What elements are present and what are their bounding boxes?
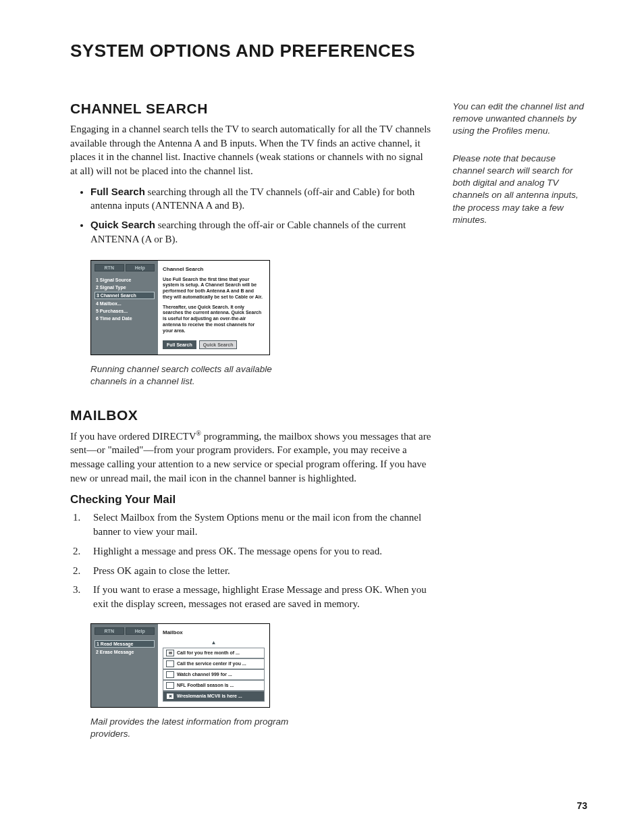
mailbox-message-label: NFL Football season is ... (177, 683, 234, 687)
bullet-lead: Full Search (90, 186, 145, 197)
step-number: 3. (73, 583, 80, 597)
full-search-button[interactable]: Full Search (163, 340, 196, 349)
bullet-quick-search: Quick Search searching through the off-a… (90, 218, 433, 246)
mailbox-message-row[interactable]: Call the service center if you ... (163, 658, 265, 669)
bullet-lead: Quick Search (90, 219, 155, 230)
channel-search-screenshot: RTN Help 1 Signal Source 2 Signal Type 3… (90, 260, 270, 356)
side-note: You can edit the channel list and remove… (453, 101, 587, 138)
page-number: 73 (576, 800, 587, 811)
mailbox-message-label: Watch channel 999 for ... (177, 672, 232, 677)
ui-tab-rtn[interactable]: RTN (95, 627, 124, 635)
step-text: Highlight a message and press OK. The me… (93, 546, 382, 556)
step-text: Press OK again to close the letter. (93, 565, 230, 576)
mail-steps: 1.Select Mailbox from the System Options… (70, 511, 433, 610)
ui-tab-rtn[interactable]: RTN (95, 264, 124, 271)
page-title: SYSTEM OPTIONS AND PREFERENCES (70, 41, 587, 61)
step-item: 2.Press OK again to close the letter. (90, 564, 433, 578)
ui-right-panel: Mailbox ▲ ✉Call for you free month of ..… (158, 624, 269, 707)
sidebar-item-read-message[interactable]: 1 Read Message (95, 640, 155, 648)
bullet-full-search: Full Search searching through all the TV… (90, 185, 433, 213)
channel-search-caption: Running channel search collects all avai… (90, 363, 306, 388)
panel-title: Channel Search (163, 266, 265, 272)
mailbox-message-row[interactable]: ✉Call for you free month of ... (163, 648, 265, 658)
sidebar-item-purchases[interactable]: 5 Purchases... (95, 308, 155, 314)
channel-search-intro: Engaging in a channel search tells the T… (70, 122, 433, 178)
sidebar-notes: You can edit the channel list and remove… (453, 101, 587, 759)
ui-sidebar: RTN Help 1 Signal Source 2 Signal Type 3… (91, 261, 158, 355)
section-heading-channel-search: CHANNEL SEARCH (70, 101, 433, 117)
sidebar-item-signal-source[interactable]: 1 Signal Source (95, 277, 155, 283)
panel-body-1: Use Full Search the first time that your… (163, 277, 265, 301)
registered-mark: ® (196, 429, 201, 437)
mailbox-message-row[interactable]: ✖Wreslemania MCVII is here ... (163, 691, 265, 702)
step-text: If you want to erase a message, highligh… (93, 584, 427, 609)
mailbox-intro: If you have ordered DIRECTV® programming… (70, 429, 433, 486)
mailbox-message-label: Call for you free month of ... (177, 650, 240, 655)
mail-icon (166, 671, 174, 678)
side-note: Please note that because channel search … (453, 153, 587, 226)
step-text: Select Mailbox from the System Options m… (93, 512, 421, 537)
ui-sidebar: RTN Help 1 Read Message 2 Erase Message (91, 624, 158, 707)
mailbox-message-label: Wreslemania MCVII is here ... (177, 694, 242, 698)
scroll-up-icon[interactable]: ▲ (163, 640, 265, 646)
mail-icon (166, 660, 174, 667)
sidebar-item-signal-type[interactable]: 2 Signal Type (95, 284, 155, 290)
ui-right-panel: Channel Search Use Full Search the first… (158, 261, 269, 355)
mail-icon: ✉ (166, 650, 174, 656)
ui-tab-help[interactable]: Help (126, 264, 155, 271)
step-number: 1. (73, 511, 80, 525)
step-item: 1.Select Mailbox from the System Options… (90, 511, 433, 538)
mailbox-screenshot: RTN Help 1 Read Message 2 Erase Message … (90, 623, 270, 708)
sidebar-item-erase-message[interactable]: 2 Erase Message (95, 649, 155, 655)
mail-icon (166, 682, 174, 689)
sub-heading-checking-mail: Checking Your Mail (70, 493, 433, 506)
step-item: 2.Highlight a message and press OK. The … (90, 544, 433, 558)
step-number: 2. (73, 564, 80, 578)
section-heading-mailbox: MAILBOX (70, 407, 433, 423)
sidebar-item-time-date[interactable]: 6 Time and Date (95, 315, 155, 321)
mailbox-caption: Mail provides the latest information fro… (90, 716, 306, 740)
quick-search-button[interactable]: Quick Search (199, 340, 238, 349)
sidebar-item-mailbox[interactable]: 4 Mailbox... (95, 301, 155, 307)
sidebar-item-channel-search[interactable]: 3 Channel Search (95, 292, 155, 299)
mailbox-message-label: Call the service center if you ... (177, 661, 246, 666)
step-item: 3.If you want to erase a message, highli… (90, 583, 433, 610)
mailbox-message-list: ▲ ✉Call for you free month of ...Call th… (163, 640, 265, 702)
panel-body-2: Thereafter, use Quick Search. It only se… (163, 305, 265, 334)
step-number: 2. (73, 544, 80, 558)
mail-icon: ✖ (166, 693, 174, 700)
mailbox-message-row[interactable]: NFL Football season is ... (163, 680, 265, 691)
panel-title: Mailbox (163, 629, 265, 635)
ui-tab-help[interactable]: Help (126, 627, 155, 635)
channel-search-bullets: Full Search searching through all the TV… (70, 185, 433, 246)
mailbox-message-row[interactable]: Watch channel 999 for ... (163, 669, 265, 680)
